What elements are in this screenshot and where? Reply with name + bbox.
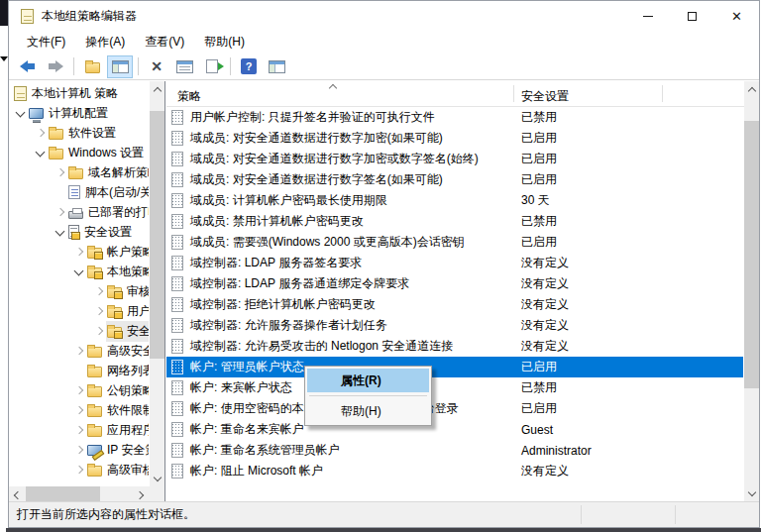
table-row[interactable]: 域控制器: 允许易受攻击的 Netlogon 安全通道连接没有定义: [166, 336, 743, 357]
scroll-right-icon[interactable]: [134, 486, 150, 501]
tree-item-10[interactable]: 审核策略: [9, 281, 149, 301]
scroll-up-icon[interactable]: [150, 81, 164, 97]
chevron-right-icon[interactable]: [54, 165, 67, 179]
column-header-policy[interactable]: 策略: [177, 88, 201, 105]
tree-vscroll-thumb[interactable]: [150, 111, 164, 359]
delete-button[interactable]: ✕: [144, 55, 169, 78]
maximize-button[interactable]: [670, 1, 714, 31]
tree-item-6[interactable]: 已部署的打印机: [9, 202, 149, 222]
new-window-button[interactable]: [264, 55, 289, 78]
tree-item-5[interactable]: 脚本(启动/关机): [9, 182, 149, 202]
properties-icon: [176, 60, 193, 73]
context-menu-item-help[interactable]: 帮助(H): [307, 399, 429, 423]
chevron-right-icon[interactable]: [72, 423, 86, 437]
tree-item-4[interactable]: 域名解析策略: [9, 162, 149, 182]
tree-item-content: 域名解析策略: [67, 162, 149, 183]
tree-item-0[interactable]: 本地计算机 策略: [9, 83, 149, 103]
tree-item-1[interactable]: 计算机配置: [9, 103, 149, 123]
minimize-button[interactable]: [625, 1, 670, 31]
chevron-right-icon[interactable]: [92, 304, 106, 318]
tree-item-label: 软件设置: [68, 125, 116, 142]
table-row[interactable]: 域成员: 对安全通道数据进行数字签名(如果可能)已启用: [166, 169, 743, 190]
menu-1[interactable]: 操作(A): [75, 31, 135, 53]
chevron-right-icon[interactable]: [72, 245, 86, 259]
tree-item-8[interactable]: 帐户策略: [9, 242, 149, 262]
chevron-down-icon[interactable]: [34, 146, 48, 160]
tree-item-label: 软件限制策略: [107, 402, 149, 419]
tree-item-9[interactable]: 本地策略: [9, 262, 149, 281]
policy-name: 域成员: 对安全通道数据进行数字加密(如果可能): [190, 130, 443, 147]
list-vscroll-thumb[interactable]: [744, 121, 759, 388]
tree-item-15[interactable]: 公钥策略: [9, 380, 149, 400]
tree-item-14[interactable]: 网络列表管理器策略: [9, 361, 149, 380]
chevron-right-icon[interactable]: [72, 344, 86, 358]
table-row[interactable]: 域成员: 对安全通道数据进行数字加密或数字签名(始终)已启用: [166, 149, 743, 169]
table-row[interactable]: 域成员: 计算机帐户密码最长使用期限30 天: [166, 190, 743, 211]
export-list-button[interactable]: [199, 55, 225, 78]
chevron-right-icon[interactable]: [72, 403, 86, 417]
table-row[interactable]: 域控制器: LDAP 服务器签名要求没有定义: [166, 253, 743, 273]
policy-name: 域控制器: LDAP 服务器签名要求: [190, 255, 362, 271]
scroll-left-icon[interactable]: [9, 486, 25, 501]
chevron-right-icon[interactable]: [72, 383, 86, 397]
table-row[interactable]: 帐户: 使用空密码的本地帐户只允许进行控制台登录已启用: [166, 398, 743, 419]
table-row[interactable]: 用户帐户控制: 只提升签名并验证的可执行文件已禁用: [166, 107, 743, 128]
open-folder-icon: [85, 62, 100, 73]
chevron-right-icon[interactable]: [92, 284, 106, 298]
chevron-right-icon[interactable]: [72, 463, 86, 477]
table-row[interactable]: 域控制器: 允许服务器操作者计划任务没有定义: [166, 315, 743, 336]
chevron-down-icon[interactable]: [72, 265, 86, 278]
forward-arrow-button[interactable]: [43, 55, 68, 78]
table-row[interactable]: 域成员: 禁用计算机帐户密码更改已禁用: [166, 211, 743, 232]
table-row[interactable]: 域控制器: LDAP 服务器通道绑定令牌要求没有定义: [166, 273, 743, 294]
menu-0[interactable]: 文件(F): [17, 31, 75, 53]
table-row[interactable]: 域成员: 需要强(Windows 2000 或更高版本)会话密钥已启用: [166, 232, 743, 253]
chevron-right-icon[interactable]: [34, 126, 48, 140]
tree-item-content: 审核策略: [106, 281, 149, 302]
tree-item-2[interactable]: 软件设置: [9, 123, 149, 143]
column-divider[interactable]: [662, 85, 663, 102]
chevron-right-icon[interactable]: [92, 324, 106, 338]
table-row[interactable]: 帐户: 阻止 Microsoft 帐户没有定义: [166, 461, 743, 481]
chevron-down-icon[interactable]: [14, 106, 28, 120]
menu-2[interactable]: 查看(V): [135, 31, 194, 53]
table-row[interactable]: 帐户: 管理员帐户状态已启用: [166, 357, 743, 377]
show-console-tree-button[interactable]: [107, 55, 133, 78]
context-menu-item-properties[interactable]: 属性(R): [307, 369, 429, 392]
scroll-up-icon[interactable]: [744, 81, 759, 97]
tree-item-11[interactable]: 用户权限分配: [9, 301, 149, 321]
tree-item-19[interactable]: 高级审核策略配置: [9, 460, 149, 479]
folder-lock-icon: [87, 267, 102, 278]
open-folder-button[interactable]: [79, 55, 105, 78]
chevron-right-icon[interactable]: [72, 443, 86, 457]
column-divider[interactable]: [513, 85, 514, 102]
help-button[interactable]: ?: [236, 55, 262, 78]
tree-item-16[interactable]: 软件限制策略: [9, 400, 149, 420]
tree-item-3[interactable]: Windows 设置: [9, 143, 149, 162]
properties-button[interactable]: [171, 55, 197, 78]
chevron-down-icon[interactable]: [54, 225, 67, 239]
table-row[interactable]: 帐户: 重命名来宾帐户Guest: [166, 419, 743, 440]
tree-horizontal-scrollbar[interactable]: [9, 486, 150, 501]
tree-vertical-scrollbar[interactable]: [150, 81, 164, 486]
tree-hscroll-thumb[interactable]: [26, 486, 100, 501]
table-row[interactable]: 域控制器: 拒绝计算机帐户密码更改没有定义: [166, 294, 743, 315]
menu-3[interactable]: 帮助(H): [194, 31, 255, 53]
back-arrow-button[interactable]: [15, 55, 41, 78]
tree-item-18[interactable]: IP 安全策略，在 本地计算机: [9, 440, 149, 460]
tree-item-12[interactable]: 安全选项: [9, 321, 149, 341]
close-button[interactable]: ✕: [714, 1, 759, 31]
chevron-right-icon[interactable]: [54, 205, 67, 219]
gpedit-window: 本地组策略编辑器 ✕ 文件(F)操作(A)查看(V)帮助(H) ✕? 本地计算机…: [8, 0, 760, 528]
table-row[interactable]: 帐户: 来宾帐户状态已禁用: [166, 377, 743, 398]
list-vertical-scrollbar[interactable]: [744, 81, 759, 501]
column-header-setting[interactable]: 安全设置: [521, 88, 569, 105]
tree-item-7[interactable]: 安全设置: [9, 222, 149, 242]
scroll-down-icon[interactable]: [150, 471, 164, 486]
tree-item-13[interactable]: 高级安全 Windows Defender 防火墙: [9, 341, 149, 361]
tree-item-17[interactable]: 应用程序控制策略: [9, 420, 149, 440]
main-area: 本地计算机 策略计算机配置软件设置Windows 设置域名解析策略脚本(启动/关…: [9, 81, 759, 501]
scroll-down-icon[interactable]: [744, 485, 759, 501]
table-row[interactable]: 域成员: 对安全通道数据进行数字加密(如果可能)已启用: [166, 128, 743, 149]
table-row[interactable]: 帐户: 重命名系统管理员帐户Administrator: [166, 440, 743, 461]
